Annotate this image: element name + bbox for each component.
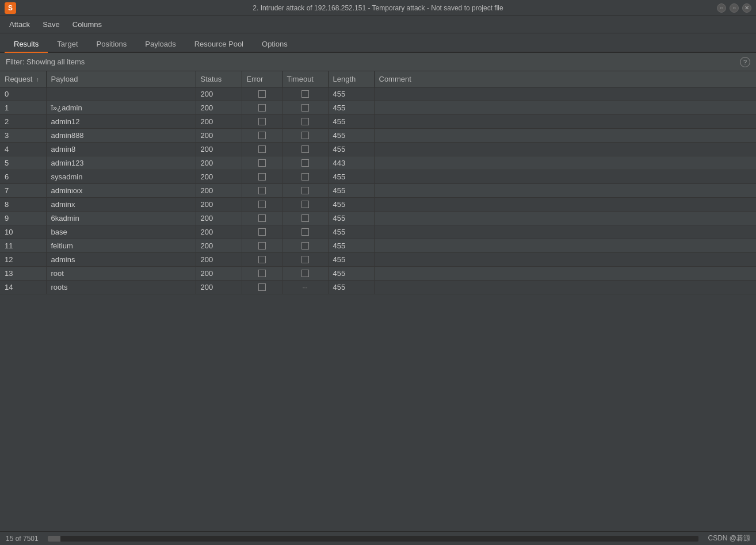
- cell-payload: 6kadmin: [46, 212, 196, 225]
- table-row[interactable]: 11feitium200455: [0, 239, 756, 253]
- cell-status: 200: [196, 253, 242, 267]
- window-title: 2. Intruder attack of 192.168.252.151 - …: [253, 4, 503, 12]
- cell-error: [242, 101, 282, 115]
- menu-columns[interactable]: Columns: [67, 18, 108, 31]
- cell-length: 455: [328, 115, 374, 129]
- cell-request: 13: [0, 267, 46, 281]
- minimize-button[interactable]: ○: [717, 3, 726, 13]
- cell-request: 5: [0, 156, 46, 170]
- cell-error: [242, 281, 282, 294]
- table-row[interactable]: 13root200455: [0, 267, 756, 281]
- cell-length: 455: [328, 239, 374, 253]
- table-row[interactable]: 12admins200455: [0, 253, 756, 267]
- progress-bar-fill: [48, 536, 61, 542]
- cell-request: 2: [0, 115, 46, 129]
- col-header-request[interactable]: Request ↑: [0, 71, 46, 87]
- cell-timeout: [282, 239, 328, 253]
- cell-status: 200: [196, 212, 242, 225]
- cell-status: 200: [196, 143, 242, 156]
- results-table-container: Request ↑ Payload Status Error Timeout L…: [0, 71, 756, 531]
- table-row[interactable]: 8adminx200455: [0, 198, 756, 212]
- cell-timeout: [282, 212, 328, 225]
- cell-length: 455: [328, 170, 374, 184]
- cell-error: [242, 212, 282, 225]
- close-button[interactable]: ✕: [742, 3, 751, 13]
- cell-payload: root: [46, 267, 196, 281]
- cell-payload: adminx: [46, 198, 196, 212]
- cell-status: 200: [196, 101, 242, 115]
- window-controls: ○ ○ ✕: [717, 3, 751, 13]
- col-header-status[interactable]: Status: [196, 71, 242, 87]
- tab-results[interactable]: Results: [5, 36, 48, 53]
- filter-text[interactable]: Filter: Showing all items: [6, 57, 85, 66]
- menu-save[interactable]: Save: [37, 18, 66, 31]
- app-logo: S: [5, 2, 16, 14]
- tab-resource-pool[interactable]: Resource Pool: [185, 36, 253, 53]
- maximize-button[interactable]: ○: [730, 3, 739, 13]
- cell-comment: [374, 87, 756, 101]
- cell-error: [242, 198, 282, 212]
- cell-comment: [374, 253, 756, 267]
- table-row[interactable]: 5admin123200443: [0, 156, 756, 170]
- table-row[interactable]: 3admin888200455: [0, 129, 756, 143]
- table-row[interactable]: 10base200455: [0, 225, 756, 239]
- cell-payload: feitium: [46, 239, 196, 253]
- filter-help-button[interactable]: ?: [740, 57, 750, 67]
- table-row[interactable]: 4admin8200455: [0, 143, 756, 156]
- cell-payload: adminxxx: [46, 184, 196, 198]
- cell-comment: [374, 225, 756, 239]
- main-area: Request ↑ Payload Status Error Timeout L…: [0, 71, 756, 531]
- tab-target[interactable]: Target: [48, 36, 87, 53]
- tab-options[interactable]: Options: [253, 36, 297, 53]
- cell-comment: [374, 281, 756, 294]
- cell-length: 443: [328, 156, 374, 170]
- cell-status: 200: [196, 170, 242, 184]
- table-row[interactable]: 0200455: [0, 87, 756, 101]
- col-header-error[interactable]: Error: [242, 71, 282, 87]
- col-header-length[interactable]: Length: [328, 71, 374, 87]
- cell-comment: [374, 212, 756, 225]
- menu-attack[interactable]: Attack: [3, 18, 36, 31]
- table-row[interactable]: 14roots200···455: [0, 281, 756, 294]
- cell-timeout: [282, 225, 328, 239]
- cell-request: 14: [0, 281, 46, 294]
- cell-request: 8: [0, 198, 46, 212]
- cell-request: 10: [0, 225, 46, 239]
- cell-payload: admin888: [46, 129, 196, 143]
- status-watermark: CSDN @碁源: [708, 534, 750, 543]
- cell-comment: [374, 101, 756, 115]
- cell-length: 455: [328, 212, 374, 225]
- col-header-comment[interactable]: Comment: [374, 71, 756, 87]
- cell-request: 11: [0, 239, 46, 253]
- sort-arrow-request: ↑: [36, 76, 39, 83]
- cell-request: 7: [0, 184, 46, 198]
- status-count: 15 of 7501: [6, 535, 39, 543]
- filter-bar: Filter: Showing all items ?: [0, 53, 756, 71]
- cell-request: 3: [0, 129, 46, 143]
- tab-positions[interactable]: Positions: [87, 36, 136, 53]
- table-row[interactable]: 7adminxxx200455: [0, 184, 756, 198]
- cell-length: 455: [328, 184, 374, 198]
- cell-request: 9: [0, 212, 46, 225]
- tab-payloads[interactable]: Payloads: [136, 36, 185, 53]
- table-row[interactable]: 96kadmin200455: [0, 212, 756, 225]
- cell-comment: [374, 267, 756, 281]
- cell-status: 200: [196, 184, 242, 198]
- table-row[interactable]: 1ï»¿admin200455: [0, 101, 756, 115]
- progress-bar: [48, 536, 699, 542]
- cell-request: 0: [0, 87, 46, 101]
- table-row[interactable]: 2admin12200455: [0, 115, 756, 129]
- cell-status: 200: [196, 115, 242, 129]
- cell-status: 200: [196, 198, 242, 212]
- cell-request: 4: [0, 143, 46, 156]
- col-header-timeout[interactable]: Timeout: [282, 71, 328, 87]
- cell-payload: roots: [46, 281, 196, 294]
- cell-timeout: ···: [282, 281, 328, 294]
- col-header-payload[interactable]: Payload: [46, 71, 196, 87]
- cell-comment: [374, 156, 756, 170]
- cell-request: 12: [0, 253, 46, 267]
- cell-comment: [374, 170, 756, 184]
- table-row[interactable]: 6sysadmin200455: [0, 170, 756, 184]
- tabbar: Results Target Positions Payloads Resour…: [0, 33, 756, 53]
- cell-timeout: [282, 253, 328, 267]
